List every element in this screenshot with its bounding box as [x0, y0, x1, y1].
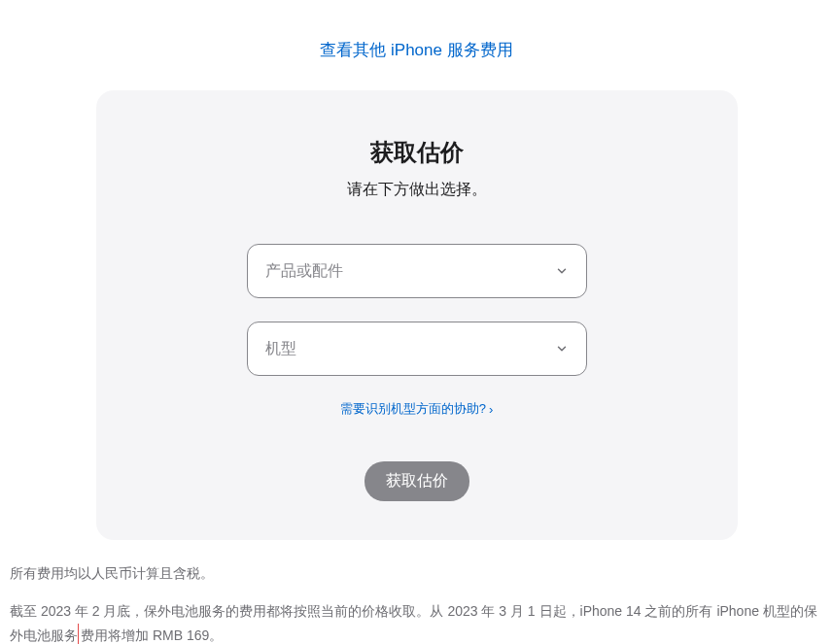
- select-product[interactable]: 产品或配件: [247, 244, 587, 298]
- card-subtitle: 请在下方做出选择。: [135, 180, 699, 200]
- select-model[interactable]: 机型: [247, 322, 587, 376]
- card-title: 获取估价: [135, 137, 699, 168]
- select-product-placeholder: 产品或配件: [265, 261, 343, 282]
- footer-highlight: 费用将增加 RMB 169。: [78, 624, 226, 644]
- select-product-wrap: 产品或配件: [247, 244, 587, 298]
- help-row: 需要识别机型方面的协助? ›: [135, 399, 699, 418]
- select-model-placeholder: 机型: [265, 339, 296, 359]
- select-model-wrap: 机型: [247, 322, 587, 376]
- chevron-down-icon: [555, 264, 569, 278]
- top-link-row: 查看其他 iPhone 服务费用: [0, 0, 833, 90]
- other-services-link[interactable]: 查看其他 iPhone 服务费用: [320, 41, 512, 59]
- footer-note-currency: 所有费用均以人民币计算且含税。: [10, 561, 823, 586]
- estimate-card: 获取估价 请在下方做出选择。 产品或配件 机型 需要识别机型方面的协助? › 获…: [96, 90, 738, 540]
- chevron-down-icon: [555, 342, 569, 356]
- help-link-label: 需要识别机型方面的协助?: [340, 400, 486, 418]
- chevron-right-icon: ›: [489, 402, 493, 417]
- get-estimate-button[interactable]: 获取估价: [364, 461, 469, 501]
- identify-model-help-link[interactable]: 需要识别机型方面的协助? ›: [340, 400, 494, 418]
- footer-note-price-change: 截至 2023 年 2 月底，保外电池服务的费用都将按照当前的价格收取。从 20…: [10, 599, 823, 644]
- footer-area: 所有费用均以人民币计算且含税。 截至 2023 年 2 月底，保外电池服务的费用…: [0, 540, 833, 644]
